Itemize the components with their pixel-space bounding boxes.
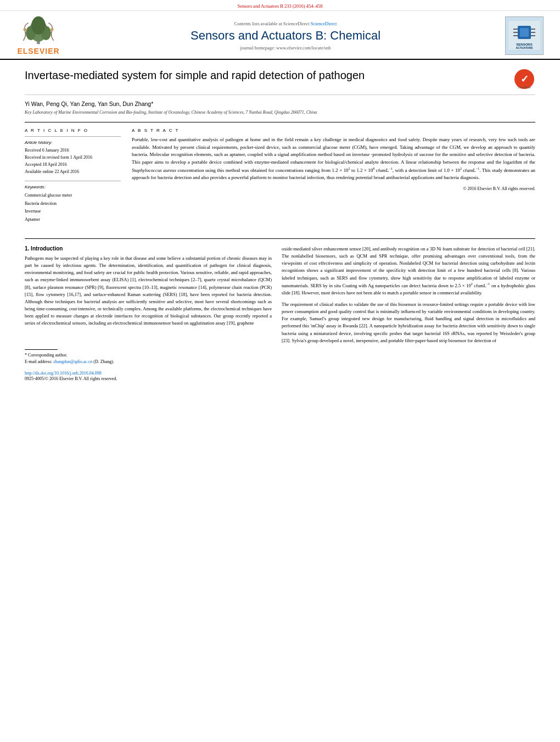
content-divider xyxy=(25,238,535,239)
article-info-col: A R T I C L E I N F O Article history: R… xyxy=(25,128,121,224)
issn-line: 0925-4005/© 2016 Elsevier B.V. All right… xyxy=(25,376,272,383)
accepted-date: Accepted 18 April 2016 xyxy=(25,161,121,169)
main-content: 1. Introduction Pathogens may be suspect… xyxy=(0,246,560,383)
sciencedirect-text: Contents lists available at ScienceDirec… xyxy=(77,21,494,26)
authors-text: Yi Wan, Peng Qi, Yan Zeng, Yan Sun, Dun … xyxy=(25,101,153,107)
article-body: Invertase-mediated system for simple and… xyxy=(0,60,560,232)
sensors-actuators-logo: SENSORS ACTUATORS xyxy=(505,16,544,55)
article-history-block: Article history: Received 6 January 2016… xyxy=(25,136,121,175)
email-link[interactable]: zhangdun@qdio.ac.cn xyxy=(53,359,92,364)
keyword-1: Commercial glucose meter xyxy=(25,192,121,199)
footnote-email: E-mail address: zhangdun@qdio.ac.cn (D. … xyxy=(25,359,272,366)
intro-paragraph3: The requirement of clinical studies to v… xyxy=(282,301,535,344)
introduction-paragraph1: Pathogens may be suspected of playing a … xyxy=(25,255,272,327)
keyword-4: Aptamer xyxy=(25,216,121,224)
article-info-section-label: A R T I C L E I N F O xyxy=(25,128,121,133)
elsevier-logo: ELSEVIER xyxy=(11,15,66,55)
svg-text:ACTUATORS: ACTUATORS xyxy=(516,46,534,49)
journal-header: ELSEVIER Contents lists available at Sci… xyxy=(0,11,560,60)
abstract-section-label: A B S T R A C T xyxy=(132,128,535,133)
footnote-area: * Corresponding author. E-mail address: … xyxy=(25,349,272,383)
article-title: Invertase-mediated system for simple and… xyxy=(25,68,505,82)
elsevier-brand: ELSEVIER xyxy=(17,47,59,55)
sensors-logo-icon: SENSORS ACTUATORS xyxy=(508,20,541,51)
authors: Yi Wan, Peng Qi, Yan Zeng, Yan Sun, Dun … xyxy=(25,101,535,107)
keywords-block: Keywords: Commercial glucose meter Bacte… xyxy=(25,181,121,224)
doi-link[interactable]: http://dx.doi.org/10.1016/j.snb.2016.04.… xyxy=(25,371,102,376)
abstract-text: Portable, low-cost and quantitative anal… xyxy=(132,136,535,182)
svg-point-5 xyxy=(24,28,27,31)
keyword-2: Bacteria detection xyxy=(25,200,121,208)
keyword-3: Invertase xyxy=(25,208,121,215)
abstract-col: A B S T R A C T Portable, low-cost and q… xyxy=(132,128,535,224)
journal-homepage: journal homepage: www.elsevier.com/locat… xyxy=(77,45,494,51)
svg-point-6 xyxy=(51,28,54,31)
footnote-divider xyxy=(25,349,58,350)
svg-rect-9 xyxy=(520,28,529,37)
history-label: Article history: xyxy=(25,140,121,145)
page-wrapper: Sensors and Actuators B 233 (2016) 454–4… xyxy=(0,0,560,742)
copyright-line: © 2016 Elsevier B.V. All rights reserved… xyxy=(132,186,535,191)
revised-date: Received in revised form 1 April 2016 xyxy=(25,154,121,161)
received-date: Received 6 January 2016 xyxy=(25,147,121,154)
intro-paragraph2: oxide-mediated silver enhancement sensor… xyxy=(282,246,535,297)
keywords-label: Keywords: xyxy=(25,185,121,189)
citation-text: Sensors and Actuators B 233 (2016) 454–4… xyxy=(238,3,323,9)
main-left-col: 1. Introduction Pathogens may be suspect… xyxy=(25,246,272,383)
journal-name: Sensors and Actuators B: Chemical xyxy=(77,29,494,43)
crossmark-icon: ✓ CrossMark xyxy=(513,68,535,90)
svg-text:CrossMark: CrossMark xyxy=(518,86,531,89)
elsevier-tree-icon xyxy=(19,15,58,46)
journal-title-block: Contents lists available at ScienceDirec… xyxy=(66,21,505,51)
article-info-abstract-row: A R T I C L E I N F O Article history: R… xyxy=(25,122,535,224)
sciencedirect-link[interactable]: ScienceDirect xyxy=(311,21,337,26)
footnote-star: * Corresponding author. xyxy=(25,352,272,359)
main-right-col: oxide-mediated silver enhancement sensor… xyxy=(282,246,535,383)
affiliation: Key Laboratory of Marine Environmental C… xyxy=(25,109,535,115)
svg-point-4 xyxy=(31,16,46,35)
citation-bar: Sensors and Actuators B 233 (2016) 454–4… xyxy=(0,0,560,11)
svg-text:✓: ✓ xyxy=(520,74,529,85)
article-title-row: Invertase-mediated system for simple and… xyxy=(25,68,535,95)
available-date: Available online 22 April 2016 xyxy=(25,169,121,176)
introduction-heading: 1. Introduction xyxy=(25,246,272,252)
